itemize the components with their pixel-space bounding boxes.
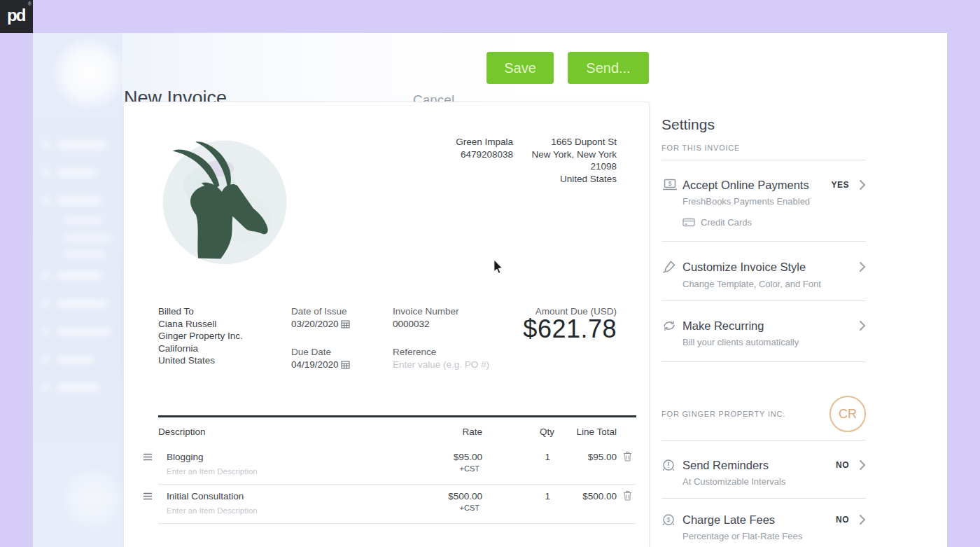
billed-to-line: California [158,342,284,355]
setting-subtitle: Bill your clients automatically [682,336,866,349]
col-header-description: Description [158,427,206,437]
date-of-issue-label: Date of Issue [291,306,347,317]
setting-subtitle: FreshBooks Payments Enabled [682,195,866,208]
setting-badge: NO [836,515,849,525]
item-qty[interactable]: 1 [505,452,550,462]
drag-handle-icon[interactable] [143,453,153,461]
setting-customize-invoice-style[interactable]: Customize Invoice Style Change Template,… [662,242,866,300]
for-company-label: FOR GINGER PROPERTY INC. [662,410,785,418]
item-description[interactable]: Initial Consultation [167,491,244,501]
item-description-placeholder[interactable]: Enter an Item Description [167,506,258,515]
settings-title: Settings [662,116,866,134]
blurred-avatar-glow [52,37,125,110]
setting-send-reminders[interactable]: Send Reminders NO At Customizable Interv… [662,441,866,498]
setting-badge: YES [831,180,849,190]
billed-to-line: United States [158,354,284,367]
setting-badge: NO [836,460,849,470]
pandadoc-logo-text: pd [7,6,24,25]
col-header-line-total: Line Total [547,427,617,437]
setting-subtitle: Change Template, Color, and Font [682,278,866,291]
setting-subtitle: Percentage or Flat-Rate Fees [682,530,866,543]
chevron-right-icon[interactable] [859,179,866,191]
item-description[interactable]: Blogging [167,452,204,462]
trash-icon[interactable] [623,451,632,462]
chevron-right-icon[interactable] [859,514,866,525]
col-header-rate: Rate [412,427,482,437]
reference-input[interactable]: Enter value (e.g. PO #) [393,359,489,370]
drag-handle-icon[interactable] [143,492,153,500]
send-button[interactable]: Send... [568,52,649,84]
payment-method-label: Credit Cards [701,217,752,228]
date-of-issue-field[interactable]: 03/20/2020 [291,319,350,329]
svg-text:$: $ [666,516,670,523]
address-line: New York, New York [477,148,617,161]
billed-to-line: Ciana Russell [158,318,284,331]
trash-icon[interactable] [623,490,632,501]
billed-to-block[interactable]: Billed To Ciana Russell Ginger Property … [158,305,284,367]
paintbrush-icon [662,259,682,275]
setting-title: Charge Late Fees [682,513,836,527]
company-avatar: CR [830,396,866,432]
reminder-alarm-icon [662,458,682,472]
due-date-label: Due Date [291,347,331,357]
reference-label: Reference [393,347,436,357]
blurred-sidebar [33,33,122,547]
setting-title: Customize Invoice Style [682,261,859,274]
company-logo[interactable] [158,134,291,267]
laptop-dollar-icon: $ [662,178,682,192]
credit-card-icon [682,218,695,227]
recurring-arrows-icon [662,319,682,333]
save-button[interactable]: Save [486,52,554,84]
row-divider [158,484,636,485]
item-tax: +CST [412,504,479,512]
chevron-right-icon[interactable] [859,320,866,331]
setting-title: Make Recurring [682,319,859,333]
app-window: New Invoice Cancel Save Send... Green Im… [33,33,947,547]
amount-due-value: $621.78 [407,314,617,344]
address-line: 21098 [477,160,617,173]
setting-accept-online-payments[interactable]: $ Accept Online Payments YES FreshBooks … [662,160,866,241]
item-line-total: $500.00 [547,491,617,501]
pandadoc-logo: pd ® [0,0,33,33]
table-top-rule [158,415,636,417]
billed-to-line: Ginger Property Inc. [158,330,284,342]
setting-title: Accept Online Payments [682,179,831,192]
due-date-field[interactable]: 04/19/2020 [291,359,350,370]
setting-charge-late-fees[interactable]: $ Charge Late Fees NO Percentage or Flat… [662,499,866,547]
item-line-total: $95.00 [547,452,617,462]
divider [662,361,866,362]
invoice-card: Green Impala 6479208038 1665 Dupont St N… [123,102,650,547]
registered-mark: ® [28,1,31,6]
item-description-placeholder[interactable]: Enter an Item Description [167,467,258,476]
svg-text:$: $ [668,180,671,187]
setting-subtitle: At Customizable Intervals [682,476,866,488]
item-qty[interactable]: 1 [505,491,550,501]
item-rate[interactable]: $95.00 [412,452,482,462]
settings-panel: Settings FOR THIS INVOICE $ Accept Onlin… [662,116,866,547]
item-rate[interactable]: $500.00 [412,491,482,501]
chevron-right-icon[interactable] [859,261,866,272]
row-divider [158,523,636,524]
chevron-right-icon[interactable] [859,459,866,471]
calendar-icon[interactable] [341,319,350,328]
for-this-invoice-label: FOR THIS INVOICE [662,144,866,152]
payment-method-row: Credit Cards [682,217,866,228]
address-line: 1665 Dupont St [477,136,617,148]
deer-logo-image [158,134,291,267]
billed-to-label: Billed To [158,305,284,318]
calendar-icon[interactable] [341,360,350,369]
address-line: United States [477,173,617,186]
company-address[interactable]: 1665 Dupont St New York, New York 21098 … [477,136,617,185]
mouse-cursor [492,260,505,275]
setting-title: Send Reminders [682,459,836,472]
late-fee-dollar-icon: $ [662,513,682,527]
item-tax: +CST [412,464,479,473]
setting-make-recurring[interactable]: Make Recurring Bill your clients automat… [662,301,866,361]
